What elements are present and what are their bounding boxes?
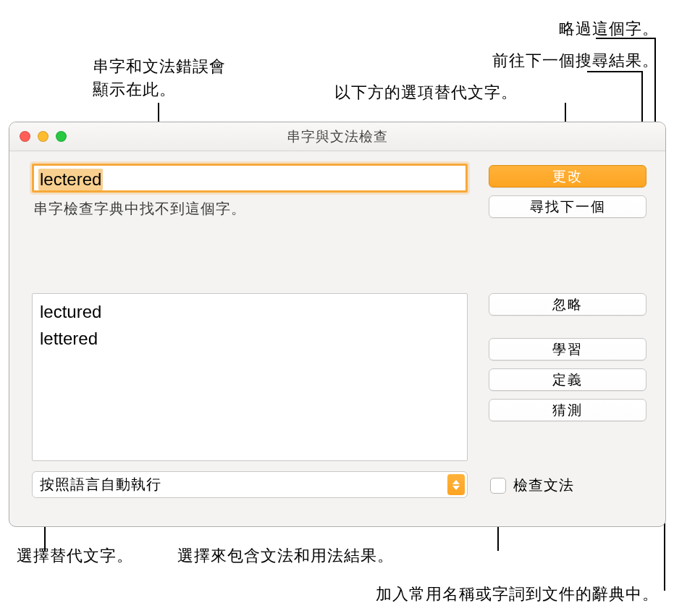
checkbox-icon[interactable]: [490, 478, 506, 494]
learn-button[interactable]: 學習: [489, 338, 646, 360]
window-body: lectered 串字檢查字典中找不到這個字。 更改 尋找下一個 lecture…: [9, 151, 665, 526]
list-item[interactable]: lettered: [40, 325, 460, 352]
close-icon[interactable]: [20, 131, 30, 142]
not-found-hint: 串字檢查字典中找不到這個字。: [33, 199, 246, 219]
callout-choose-replacement: 選擇替代文字。: [17, 544, 133, 568]
titlebar: 串字與文法檢查: [9, 122, 665, 151]
leader-ignore-h: [596, 38, 654, 39]
callout-include-grammar: 選擇來包含文法和用法結果。: [177, 544, 394, 568]
zoom-icon[interactable]: [56, 131, 67, 142]
misspelled-word: lectered: [38, 169, 103, 190]
change-button[interactable]: 更改: [489, 165, 646, 187]
dropdown-stepper-icon[interactable]: [447, 474, 465, 495]
language-select-label: 按照語言自動執行: [40, 475, 161, 494]
check-grammar-option[interactable]: 檢查文法: [490, 476, 574, 495]
minimize-icon[interactable]: [38, 131, 49, 142]
list-item[interactable]: lectured: [40, 298, 460, 325]
callout-errors-here: 串字和文法錯誤會 顯示在此。: [93, 55, 226, 101]
callout-add-to-dict: 加入常用名稱或字詞到文件的辭典中。: [376, 583, 659, 606]
callout-replace-below: 以下方的選項替代文字。: [334, 81, 518, 104]
find-next-button[interactable]: 尋找下一個: [489, 195, 646, 218]
leader-findnext-h: [587, 71, 641, 72]
misspelled-word-field[interactable]: lectered: [32, 164, 468, 193]
window-controls: [20, 131, 67, 142]
check-grammar-label: 檢查文法: [513, 476, 574, 495]
chevron-up-icon: [452, 480, 460, 484]
ignore-button[interactable]: 忽略: [489, 293, 646, 316]
guess-button[interactable]: 猜測: [489, 399, 646, 421]
chevron-down-icon: [452, 486, 460, 490]
window-title: 串字與文法檢查: [287, 127, 388, 146]
suggestions-list[interactable]: lectured lettered: [32, 293, 468, 461]
spelling-grammar-window: 串字與文法檢查 lectered 串字檢查字典中找不到這個字。 更改 尋找下一個…: [9, 122, 666, 527]
define-button[interactable]: 定義: [489, 368, 646, 391]
language-select[interactable]: 按照語言自動執行: [32, 471, 468, 498]
callout-next-result: 前往下一個搜尋結果。: [492, 49, 659, 72]
